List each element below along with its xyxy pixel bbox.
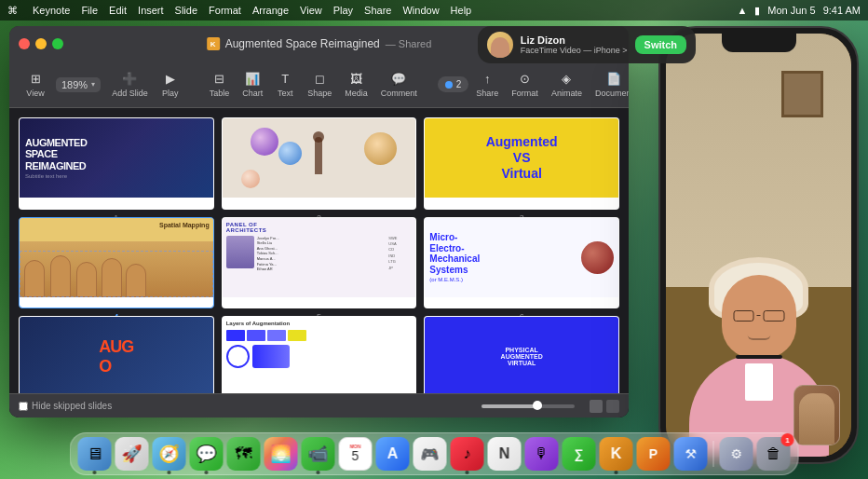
slide-thumb-container-6: Micro- Electro- Mechanical Systems (or M… [424, 217, 619, 309]
progress-thumb[interactable] [533, 401, 542, 410]
menu-bar-left: ⌘ Keynote File Edit Insert Slide Format … [7, 5, 471, 17]
menu-edit[interactable]: Edit [109, 5, 127, 16]
menu-share[interactable]: Share [364, 5, 391, 16]
format-button[interactable]: ⊙ Format [506, 69, 544, 101]
traffic-lights [19, 38, 63, 49]
slide3-line3: Virtual [502, 166, 542, 181]
facetime-video-content [666, 34, 851, 457]
slide-thumb-6[interactable]: Micro- Electro- Mechanical Systems (or M… [424, 217, 619, 309]
add-slide-button[interactable]: ➕ Add Slide [106, 69, 154, 101]
minimize-button[interactable] [35, 38, 47, 49]
facetime-info: Liz Dizon FaceTime Video — iPhone > [521, 34, 628, 55]
dock-icon-numbers[interactable]: ∑ [563, 437, 596, 471]
toolbar-add-group: ➕ Add Slide ▶ Play [102, 69, 189, 101]
slide6-line1: Micro- [429, 232, 457, 242]
shared-badge: — Shared [386, 38, 432, 49]
dock-icon-news[interactable]: N [488, 437, 522, 471]
iphone-notch [722, 34, 796, 52]
menu-format[interactable]: Format [209, 5, 241, 16]
slide-thumb-1[interactable]: AUGMENTEDSPACEREIMAGINED Subtitle text h… [19, 117, 214, 210]
add-slide-label: Add Slide [112, 89, 148, 98]
dock-icon-messages[interactable]: 💬 [190, 437, 224, 471]
menu-file[interactable]: File [81, 5, 98, 16]
app-name[interactable]: Keynote [33, 5, 70, 16]
toolbar-right-group: ⊙ Format [506, 69, 544, 101]
table-button[interactable]: ⊟ Table [204, 69, 236, 101]
dock-icon-music[interactable]: ♪ [451, 437, 484, 471]
play-button[interactable]: ▶ Play [156, 69, 185, 101]
dock-icon-finder[interactable]: 🖥 [78, 437, 112, 471]
dock-icon-safari[interactable]: 🧭 [153, 437, 186, 471]
slide3-line1: Augmented [486, 134, 558, 149]
document-label: Document [595, 89, 629, 98]
menu-help[interactable]: Help [451, 5, 472, 16]
share-button[interactable]: ↑ Share [470, 69, 504, 101]
menu-slide[interactable]: Slide [175, 5, 197, 16]
dock-icon-launchpad[interactable]: 🚀 [115, 437, 149, 471]
zoom-value: 189% [61, 79, 88, 90]
dock-icon-trash[interactable]: 🗑 1 [757, 437, 791, 471]
shape-button[interactable]: ◻ Shape [302, 69, 337, 101]
dock-icon-calendar[interactable]: MON 5 [339, 437, 373, 471]
text-label: Text [278, 89, 293, 98]
zoom-arrow-icon: ▾ [91, 80, 95, 89]
zoom-control[interactable]: 189% ▾ [56, 77, 101, 92]
dock-icon-podcasts[interactable]: 🎙 [525, 437, 559, 471]
facetime-caller-name: Liz Dizon [521, 34, 628, 46]
collaboration-button[interactable]: 2 [438, 76, 469, 92]
slide-thumb-4[interactable]: Spatial Mapping [19, 217, 214, 309]
menu-arrange[interactable]: Arrange [252, 5, 289, 16]
menubar-date: Mon Jun 5 [767, 5, 815, 16]
collab-dot-icon [445, 81, 453, 89]
table-label: Table [210, 89, 230, 98]
text-button[interactable]: T Text [270, 69, 300, 101]
close-button[interactable] [19, 38, 30, 49]
view-icon: ⊞ [26, 72, 45, 87]
view-label: View [26, 89, 44, 98]
view-button[interactable]: ⊞ View [20, 69, 50, 101]
menu-window[interactable]: Window [402, 5, 439, 16]
hide-skipped-checkbox[interactable] [19, 402, 28, 411]
dock-icon-system-prefs[interactable]: ⚙ [720, 437, 753, 471]
hide-skipped-control[interactable]: Hide skipped slides [19, 401, 112, 411]
document-icon: 📄 [604, 72, 623, 87]
keynote-main-area: AUGMENTEDSPACEREIMAGINED Subtitle text h… [9, 108, 629, 417]
menu-bar: ⌘ Keynote File Edit Insert Slide Format … [0, 0, 868, 21]
comment-button[interactable]: 💬 Comment [375, 69, 423, 101]
add-slide-icon: ➕ [120, 72, 139, 87]
dock-icon-appstore[interactable]: A [376, 437, 410, 471]
slide6-line2: Electro- [429, 243, 464, 253]
toolbar-insert-group: ⊟ Table 📊 Chart T Text ◻ Shape 🖼 Media 💬 [200, 69, 427, 101]
facetime-subtitle: FaceTime Video — iPhone > [521, 46, 628, 55]
iphone-device [658, 26, 859, 464]
slide4-title: Spatial Mapping [159, 222, 210, 228]
dock-icon-photos[interactable]: 🌅 [264, 437, 298, 471]
menu-view[interactable]: View [300, 5, 322, 16]
dock-icon-keynote[interactable]: K [600, 437, 633, 471]
animate-button[interactable]: ◈ Animate [546, 69, 588, 101]
facetime-switch-button[interactable]: Switch [635, 35, 686, 54]
slide-thumb-5[interactable]: PANEL OFARCHITECTS Jocelyn Fre... Stella… [222, 217, 417, 309]
scroll-progress-bar[interactable] [481, 404, 575, 408]
list-view-button[interactable] [606, 400, 619, 413]
share-icon: ↑ [478, 72, 496, 87]
dock-icon-maps[interactable]: 🗺 [227, 437, 261, 471]
slide7-text: AUGO [99, 337, 133, 376]
slide-thumb-2[interactable] [222, 117, 417, 210]
keynote-bottom-bar: Hide skipped slides [9, 393, 629, 417]
menu-insert[interactable]: Insert [138, 5, 164, 16]
chart-button[interactable]: 📊 Chart [237, 69, 268, 101]
grid-view-button[interactable] [590, 400, 603, 413]
media-button[interactable]: 🖼 Media [339, 69, 373, 101]
dock-icon-pages[interactable]: P [637, 437, 671, 471]
maximize-button[interactable] [52, 38, 63, 49]
slide-thumb-3[interactable]: Augmented VS Virtual [424, 117, 619, 210]
shape-icon: ◻ [310, 72, 329, 87]
apple-logo-icon[interactable]: ⌘ [7, 5, 18, 17]
document-button[interactable]: 📄 Document [590, 69, 629, 101]
dock-icon-xcode[interactable]: ⚒ [674, 437, 708, 471]
menu-play[interactable]: Play [333, 5, 353, 16]
dock-icon-facetime[interactable]: 📹 [302, 437, 335, 471]
format-icon: ⊙ [516, 72, 535, 87]
dock-icon-arcade[interactable]: 🎮 [414, 437, 447, 471]
